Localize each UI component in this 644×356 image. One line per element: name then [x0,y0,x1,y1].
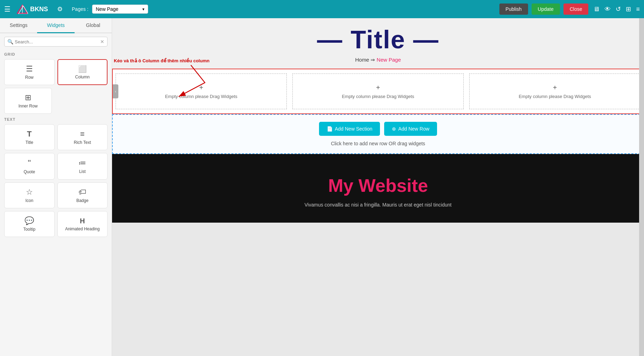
widget-badge-label: Badge [76,198,89,203]
widget-icon[interactable]: ☆ Icon [4,182,55,208]
desktop-view-icon[interactable]: 🖥 [593,6,600,13]
add-row-label: Add New Row [398,126,429,132]
grid-widgets: ☰ Row ⬜ Column ⊞ Inner Row [0,58,112,115]
pages-select[interactable]: New Page Home About Contact [92,5,148,14]
sidebar-tabs: Settings Widgets Global [0,18,112,33]
hamburger-icon[interactable]: ☰ [4,5,11,13]
annotation-text: Kéo và thả ô Column để thêm nhiều column [114,58,209,63]
search-icon: 🔍 [7,39,13,44]
widget-badge[interactable]: 🏷 Badge [57,182,108,208]
widget-rich-text-label: Rich Text [74,140,91,145]
text-section-label: TEXT [0,115,112,123]
clear-search-icon[interactable]: ✕ [100,39,104,44]
pages-select-wrapper: New Page Home About Contact [92,5,148,14]
inner-row-icon: ⊞ [25,93,31,102]
widget-quote[interactable]: " Quote [4,153,55,180]
icon-widget-icon: ☆ [26,188,33,197]
widget-column[interactable]: ⬜ Column [57,59,108,85]
row-icon: ☰ [26,64,33,74]
column-2[interactable]: + Empty column please Drag Widgets [292,74,464,109]
more-menu-icon[interactable]: ≡ [636,6,640,13]
add-section-label: Add New Section [335,126,372,132]
widget-row[interactable]: ☰ Row [4,59,55,85]
widget-quote-label: Quote [23,169,35,174]
widget-animated-heading[interactable]: H Animated Heading [57,211,108,237]
add-new-row-button[interactable]: ⊕ Add New Row [384,122,437,136]
footer-section: My Website Vivamus convallis ac nisi a f… [112,154,644,223]
widget-list-label: List [79,169,86,174]
column-3-plus-icon: + [553,84,557,92]
click-hint-text: Click here to add new row OR drag widget… [331,141,425,146]
logo-text: BKNS [30,6,48,13]
rich-text-icon: ≡ [80,130,85,139]
column-icon: ⬜ [78,65,87,73]
column-2-placeholder: Empty column please Drag Widgets [342,94,414,99]
column-3-placeholder: Empty column please Drag Widgets [519,94,591,99]
breadcrumb-arrow-icon: ⇒ [371,57,376,63]
top-header: ☰ BKNS ⚙ Pages : New Page Home About Con… [0,0,644,18]
column-3[interactable]: + Empty column please Drag Widgets [469,74,640,109]
search-input-wrap: 🔍 ✕ [4,37,108,47]
settings-gear-icon[interactable]: ⚙ [57,5,63,13]
list-icon: ≔ [78,159,86,168]
widget-inner-row-label: Inner Row [19,104,38,109]
annotation-arrow [114,65,219,100]
logo-icon [17,4,28,14]
widget-icon-label: Icon [25,198,33,203]
sidebar: Settings Widgets Global 🔍 ✕ GRID ☰ Row ⬜… [0,18,112,356]
canvas-area: — Title — Home ⇒ New Page Kéo và thả ô C… [112,18,644,356]
tab-widgets[interactable]: Widgets [37,18,74,33]
widget-row-label: Row [25,75,34,80]
widget-tooltip[interactable]: 💬 Tooltip [4,211,55,237]
widget-animated-heading-label: Animated Heading [65,226,100,231]
search-input[interactable] [15,39,100,44]
grid-section-label: GRID [0,50,112,58]
scrollbar-track[interactable] [639,18,644,356]
update-button[interactable]: Update [532,4,560,15]
badge-icon: 🏷 [78,188,86,197]
widget-tooltip-label: Tooltip [23,227,35,232]
sitemap-icon[interactable]: ⊞ [626,5,631,13]
title-icon: T [27,130,32,139]
breadcrumb-current-page: New Page [377,57,401,63]
preview-eye-icon[interactable]: 👁 [604,6,611,13]
main-layout: Settings Widgets Global 🔍 ✕ GRID ☰ Row ⬜… [0,18,644,356]
tab-settings[interactable]: Settings [0,18,37,33]
add-buttons: 📄 Add New Section ⊕ Add New Row [319,122,437,136]
animated-heading-icon: H [80,217,85,225]
breadcrumb-home: Home [355,57,369,63]
publish-button[interactable]: Publish [499,4,528,15]
footer-subtitle: Vivamus convallis ac nisi a fringilla. M… [119,201,637,209]
add-section-area: 📄 Add New Section ⊕ Add New Row Click he… [112,114,644,154]
widget-title-label: Title [26,140,33,145]
add-new-section-button[interactable]: 📄 Add New Section [319,122,380,136]
text-widgets: T Title ≡ Rich Text " Quote ≔ List ☆ Ico… [0,123,112,238]
widget-list[interactable]: ≔ List [57,153,108,180]
tooltip-icon: 💬 [25,216,34,225]
widget-inner-row[interactable]: ⊞ Inner Row [4,88,52,114]
widget-title[interactable]: T Title [4,124,55,150]
tab-global[interactable]: Global [75,18,112,33]
column-2-plus-icon: + [376,84,380,92]
add-section-doc-icon: 📄 [327,126,333,132]
footer-title: My Website [119,175,637,196]
quote-icon: " [28,158,31,168]
page-big-title: — Title — [112,25,644,54]
widget-column-label: Column [75,75,90,79]
widget-rich-text[interactable]: ≡ Rich Text [57,124,108,150]
logo-area: BKNS [17,4,48,14]
history-icon[interactable]: ↺ [616,5,621,13]
pages-label: Pages : [72,6,88,12]
add-row-plus-icon: ⊕ [392,126,396,132]
search-area: 🔍 ✕ [0,33,112,50]
close-button[interactable]: Close [563,4,589,15]
